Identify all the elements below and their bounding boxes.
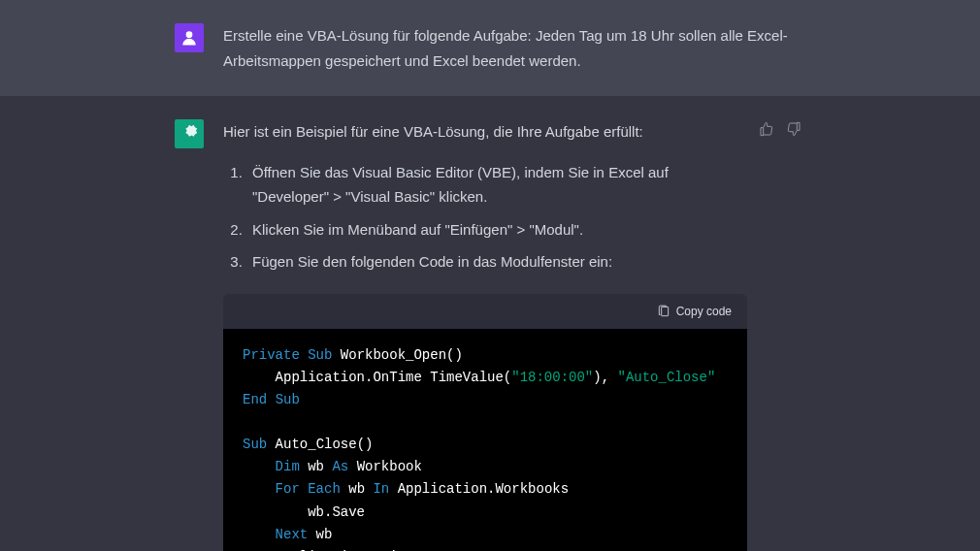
code-text: ), bbox=[593, 370, 617, 385]
assistant-avatar bbox=[175, 119, 204, 148]
code-text: Auto_Close() bbox=[267, 437, 373, 452]
feedback-buttons bbox=[759, 121, 805, 551]
user-message-row: Erstelle eine VBA-Lösung für folgende Au… bbox=[0, 0, 980, 96]
assistant-message-inner: Hier ist ein Beispiel für eine VBA-Lösun… bbox=[175, 119, 805, 551]
thumbs-down-button[interactable] bbox=[786, 121, 805, 141]
svg-rect-1 bbox=[661, 307, 668, 315]
openai-icon bbox=[179, 123, 200, 145]
code-keyword: For bbox=[243, 481, 300, 497]
step-item: Öffnen Sie das Visual Basic Editor (VBE)… bbox=[246, 160, 747, 210]
code-keyword: Private bbox=[243, 347, 300, 363]
code-string: "18:00:00" bbox=[511, 370, 593, 385]
copy-code-button[interactable]: Copy code bbox=[657, 302, 732, 321]
code-keyword: Sub bbox=[308, 347, 332, 363]
copy-code-label: Copy code bbox=[676, 302, 732, 321]
code-text: wb.Save bbox=[243, 504, 365, 520]
user-icon bbox=[180, 28, 199, 48]
code-content[interactable]: Private Sub Workbook_Open() Application.… bbox=[223, 329, 747, 551]
code-text: Application.OnTime TimeValue( bbox=[243, 370, 511, 385]
user-avatar bbox=[175, 23, 204, 52]
code-header: Copy code bbox=[223, 294, 747, 329]
clipboard-icon bbox=[657, 305, 670, 318]
code-keyword: As bbox=[332, 459, 348, 474]
code-block: Copy code Private Sub Workbook_Open() Ap… bbox=[223, 294, 747, 552]
code-keyword: Sub bbox=[243, 437, 267, 452]
assistant-intro: Hier ist ein Beispiel für eine VBA-Lösun… bbox=[223, 119, 747, 145]
code-text: wb bbox=[308, 527, 332, 542]
user-message-inner: Erstelle eine VBA-Lösung für folgende Au… bbox=[175, 23, 805, 73]
code-text: wb bbox=[341, 481, 374, 497]
user-message-text: Erstelle eine VBA-Lösung für folgende Au… bbox=[223, 23, 805, 73]
assistant-content: Hier ist ein Beispiel für eine VBA-Lösun… bbox=[223, 119, 747, 551]
steps-list: Öffnen Sie das Visual Basic Editor (VBE)… bbox=[223, 160, 747, 275]
code-keyword: Each bbox=[308, 481, 341, 497]
step-item: Fügen Sie den folgenden Code in das Modu… bbox=[246, 249, 747, 275]
assistant-message-row: Hier ist ein Beispiel für eine VBA-Lösun… bbox=[0, 96, 980, 551]
code-keyword: Next bbox=[243, 527, 308, 542]
code-text: Application.Workbooks bbox=[389, 481, 569, 497]
thumbs-up-icon bbox=[759, 121, 774, 137]
code-keyword: End bbox=[243, 392, 267, 407]
code-string: "Auto_Close" bbox=[617, 370, 715, 385]
code-text: Workbook bbox=[348, 459, 422, 474]
svg-point-0 bbox=[186, 31, 193, 38]
step-item: Klicken Sie im Menüband auf "Einfügen" >… bbox=[246, 217, 747, 243]
code-text: wb bbox=[300, 459, 333, 474]
code-keyword: Dim bbox=[243, 459, 300, 474]
thumbs-up-button[interactable] bbox=[759, 121, 778, 141]
code-keyword: In bbox=[373, 481, 389, 497]
code-keyword: Sub bbox=[276, 392, 300, 407]
thumbs-down-icon bbox=[786, 121, 801, 137]
code-text: Workbook_Open() bbox=[332, 347, 462, 363]
